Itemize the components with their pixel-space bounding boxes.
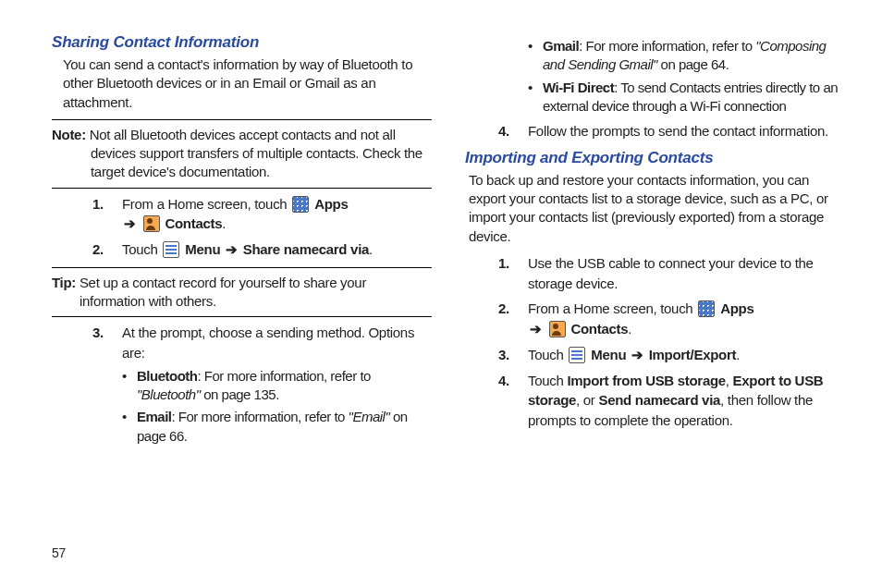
option-ref: "Bluetooth" <box>137 386 201 402</box>
apps-label: Apps <box>314 196 348 212</box>
step-number: 3. <box>92 323 104 343</box>
arrow-icon: ➔ <box>631 347 643 362</box>
options-list: Bluetooth: For more information, refer t… <box>122 367 432 446</box>
option-end: on page 135. <box>201 386 279 402</box>
step-text: Touch <box>528 347 567 362</box>
steps-list-right: 4. Follow the prompts to send the contac… <box>465 121 845 141</box>
menu-label: Menu <box>591 347 630 362</box>
step-item: 4. Touch Import from USB storage, Export… <box>498 371 845 431</box>
step-item: 2. From a Home screen, touch Apps ➔ Cont… <box>498 299 845 339</box>
step-number: 1. <box>498 253 509 274</box>
divider <box>52 267 432 268</box>
option-text: : For more information, refer to <box>197 368 370 384</box>
note-block: Note: Not all Bluetooth devices accept c… <box>52 126 432 182</box>
step-item: 2. Touch Menu ➔ Share namecard via. <box>92 239 432 260</box>
option-bluetooth: Bluetooth: For more information, refer t… <box>122 367 432 405</box>
section-heading-sharing: Sharing Contact Information <box>52 33 432 52</box>
option-end: on page 64. <box>657 56 729 72</box>
option-label: Wi-Fi Direct <box>543 80 614 95</box>
arrow-icon: ➔ <box>226 241 238 257</box>
arrow-icon: ➔ <box>530 321 542 337</box>
option-text: : For more information, refer to <box>579 38 755 54</box>
step-end: . <box>628 321 631 337</box>
step-number: 4. <box>498 371 509 391</box>
import-label: Import/Export <box>649 347 736 362</box>
note-text: Not all Bluetooth devices accept contact… <box>90 127 423 180</box>
step-item: 1. Use the USB cable to connect your dev… <box>498 253 845 294</box>
contacts-icon <box>549 321 566 337</box>
comma: , or <box>576 392 598 408</box>
options-list-cont: Gmail: For more information, refer to "C… <box>528 37 845 116</box>
step-end: . <box>222 215 226 231</box>
divider <box>52 188 432 189</box>
contacts-label: Contacts <box>165 215 222 231</box>
steps-list-import: 1. Use the USB cable to connect your dev… <box>465 253 845 431</box>
step-text: Touch <box>528 373 567 388</box>
right-column: Gmail: For more information, refer to "C… <box>465 33 845 453</box>
step-item: 3. Touch Menu ➔ Import/Export. <box>498 345 845 365</box>
step-number: 1. <box>92 194 104 214</box>
option-email: Email: For more information, refer to "E… <box>122 408 432 446</box>
option-label: Bluetooth <box>137 368 197 384</box>
option-ref: "Email" <box>349 409 390 424</box>
steps-list: 1. From a Home screen, touch Apps ➔ Cont… <box>52 194 432 260</box>
step-number: 2. <box>92 239 104 260</box>
option-wifi-direct: Wi-Fi Direct: To send Contacts entries d… <box>528 79 845 116</box>
step-item: 4. Follow the prompts to send the contac… <box>498 121 845 141</box>
step-text: Follow the prompts to send the contact i… <box>528 123 828 139</box>
step-number: 3. <box>498 345 509 365</box>
tip-text: Set up a contact record for yourself to … <box>80 275 366 309</box>
apps-label: Apps <box>720 300 753 316</box>
note-label: Note: <box>52 127 86 142</box>
menu-icon <box>163 241 179 258</box>
option-text: : For more information, refer to <box>172 409 349 424</box>
menu-label: Menu <box>185 241 224 257</box>
step-text: At the prompt, choose a sending method. … <box>122 325 414 361</box>
step-text: Use the USB cable to connect your device… <box>528 255 814 291</box>
arrow-icon: ➔ <box>124 215 136 231</box>
section-heading-import: Importing and Exporting Contacts <box>465 149 845 167</box>
step-item: 1. From a Home screen, touch Apps ➔ Cont… <box>92 194 432 235</box>
step-number: 4. <box>498 121 509 141</box>
step-end: . <box>736 347 740 362</box>
intro-paragraph: To back up and restore your contacts inf… <box>469 171 845 246</box>
opt1: Import from USB storage <box>567 373 725 388</box>
option-label: Email <box>137 409 172 424</box>
step-number: 2. <box>498 299 509 319</box>
apps-icon <box>292 196 309 213</box>
intro-paragraph: You can send a contact's information by … <box>63 55 432 112</box>
apps-icon <box>698 300 715 317</box>
step-end: . <box>369 241 373 257</box>
option-gmail: Gmail: For more information, refer to "C… <box>528 37 845 75</box>
steps-list-cont: 3. At the prompt, choose a sending metho… <box>52 323 432 446</box>
tip-label: Tip: <box>52 275 76 290</box>
opt3: Send namecard via <box>598 392 720 408</box>
contacts-icon <box>143 215 160 232</box>
step-item: 3. At the prompt, choose a sending metho… <box>92 323 432 446</box>
divider <box>52 316 432 317</box>
step-text: From a Home screen, touch <box>122 196 290 212</box>
menu-icon <box>569 347 585 363</box>
manual-page: Sharing Contact Information You can send… <box>0 0 882 472</box>
divider <box>52 119 432 120</box>
step-text: From a Home screen, touch <box>528 300 696 316</box>
left-column: Sharing Contact Information You can send… <box>52 33 432 453</box>
page-number: 57 <box>52 545 66 560</box>
contacts-label: Contacts <box>570 321 628 337</box>
option-label: Gmail <box>543 38 579 54</box>
step-text: Touch <box>122 241 161 257</box>
share-label: Share namecard via <box>243 241 369 257</box>
comma: , <box>726 373 733 388</box>
tip-block: Tip: Set up a contact record for yoursel… <box>52 274 432 312</box>
